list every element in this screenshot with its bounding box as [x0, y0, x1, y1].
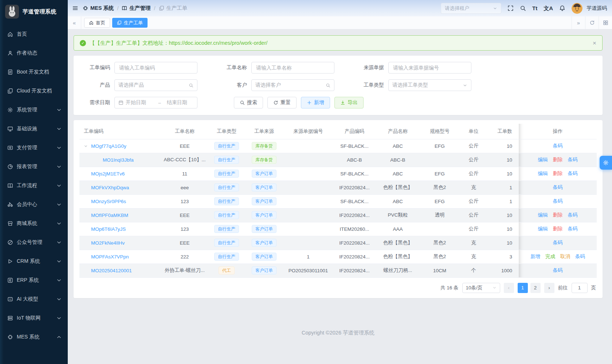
action-delete-link[interactable]: 删除	[553, 212, 563, 218]
sidebar-item-workflow[interactable]: 工作流程	[0, 176, 68, 195]
action-barcode-link[interactable]: 条码	[568, 157, 578, 162]
work-order-name-input[interactable]	[255, 64, 330, 71]
fullscreen-icon[interactable]	[507, 5, 514, 11]
gear-icon	[603, 160, 609, 166]
chevron-down-icon	[56, 258, 62, 264]
work-order-code-link[interactable]: MO1InqI3Jbfa	[103, 157, 134, 163]
sidebar-item-report[interactable]: 报表管理	[0, 157, 68, 176]
table-row: MOfIPF0aMKBMEEE自行生产客户订单IF20220824...PVC颗…	[79, 208, 597, 222]
sidebar-item-crm[interactable]: CRM 系统	[0, 252, 68, 271]
work-order-code-link[interactable]: MOPFAsX7VPpn	[91, 254, 129, 260]
sidebar-item-mp[interactable]: 公众号管理	[0, 233, 68, 252]
home-icon	[7, 31, 13, 37]
sidebar-item-pay[interactable]: 支付管理	[0, 138, 68, 157]
unit: 公斤	[460, 153, 487, 167]
username[interactable]: 芋道源码	[586, 5, 607, 12]
action-barcode-link[interactable]: 条码	[568, 226, 578, 232]
sidebar-item-ai[interactable]: AIAI 大模型	[0, 290, 68, 309]
tab-home[interactable]: 首页	[84, 18, 110, 28]
sidebar-item-cloud-docs[interactable]: Cloud 开发文档	[0, 82, 68, 100]
sidebar-item-mall[interactable]: 商城系统	[0, 214, 68, 233]
source-doc-input[interactable]	[392, 64, 467, 71]
work-order-code-link[interactable]: MO202504120001	[91, 268, 132, 273]
expand-row-icon[interactable]	[84, 144, 90, 148]
breadcrumb-item[interactable]: MES 系统	[83, 5, 114, 12]
action-barcode-link[interactable]: 条码	[553, 185, 563, 190]
refresh-tab-icon[interactable]	[585, 16, 599, 29]
font-size-icon[interactable]: Tt	[532, 5, 537, 11]
work-order-code-link[interactable]: MO2FkNe4IlHv	[91, 240, 125, 246]
tab-layout-icon[interactable]	[599, 16, 612, 29]
tabs-scroll-left-button[interactable]: «	[68, 16, 81, 29]
page-size-select[interactable]: 10条/页	[462, 283, 500, 293]
action-barcode-link[interactable]: 条码	[553, 268, 563, 273]
action-barcode-link[interactable]: 条码	[553, 198, 563, 204]
action-barcode-link[interactable]: 条码	[553, 240, 563, 245]
product-select[interactable]: 请选择产品	[114, 79, 197, 91]
sidebar-item-member[interactable]: 会员中心	[0, 195, 68, 214]
action-delete-link[interactable]: 删除	[553, 171, 563, 176]
avatar[interactable]	[572, 3, 582, 14]
reset-button[interactable]: 重置	[267, 97, 297, 108]
action-barcode-link[interactable]: 条码	[568, 171, 578, 176]
source-doc-no	[283, 167, 333, 181]
doc-link[interactable]: https://doc.iocoder.cn/mes/pro/work-orde…	[169, 40, 268, 46]
action-edit-link[interactable]: 编辑	[538, 171, 548, 176]
sidebar-item-iot[interactable]: IoT 物联网	[0, 309, 68, 328]
export-button[interactable]: 导出	[334, 97, 364, 108]
work-order-code-link[interactable]: MOFkVXhpDqwa	[91, 185, 129, 190]
breadcrumb-item[interactable]: 生产工单	[159, 5, 188, 12]
page-button-1[interactable]: 1	[518, 283, 528, 293]
action-add-link[interactable]: 新增	[530, 254, 540, 259]
action-complete-link[interactable]: 完成	[545, 254, 555, 259]
goto-page-input[interactable]	[572, 283, 588, 293]
action-edit-link[interactable]: 编辑	[538, 212, 548, 218]
sidebar-item-erp[interactable]: ERP 系统	[0, 271, 68, 290]
sidebar-item-system[interactable]: 系统管理	[0, 100, 68, 119]
theme-settings-button[interactable]	[600, 156, 612, 170]
tabs-scroll-right-button[interactable]: »	[572, 16, 585, 29]
action-barcode-link[interactable]: 条码	[553, 143, 563, 149]
action-cancel-link[interactable]: 取消	[560, 254, 570, 259]
quantity: 1	[487, 181, 519, 194]
add-button[interactable]: 新增	[301, 97, 330, 108]
tenant-select[interactable]: 请选择租户	[441, 3, 501, 14]
menu-collapse-button[interactable]	[72, 5, 78, 11]
sidebar-item-label: 工作流程	[17, 182, 56, 189]
action-barcode-link[interactable]: 条码	[575, 254, 585, 259]
date-range-picker[interactable]: 开始日期 – 结束日期	[114, 97, 197, 108]
locale-icon[interactable]: 文A	[544, 5, 553, 11]
prev-page-button[interactable]: ‹	[504, 283, 514, 293]
sidebar-item-infra[interactable]: 基础设施	[0, 119, 68, 138]
sidebar-item-home[interactable]: 首页	[0, 25, 68, 44]
table-row: MOnzySr0PP6s123自行生产客户订单SF-BLACK...ABCEFG…	[79, 194, 597, 208]
alert-close-icon[interactable]: ×	[593, 40, 596, 46]
app-logo[interactable]: 芋道管理系统	[0, 0, 68, 23]
work-order-code-link[interactable]: MOgf77qA1G0y	[91, 143, 126, 149]
action-delete-link[interactable]: 删除	[553, 157, 563, 162]
action-edit-link[interactable]: 编辑	[538, 157, 548, 162]
action-edit-link[interactable]: 编辑	[538, 226, 548, 232]
notification-bell-icon[interactable]	[559, 5, 565, 11]
search-icon[interactable]	[520, 5, 526, 11]
work-order-code-link[interactable]: MOnzySr0PP6s	[91, 199, 126, 204]
search-button[interactable]: 搜索	[234, 97, 263, 108]
breadcrumb-item[interactable]: 生产管理	[122, 5, 150, 12]
product-code: IF20220824...	[333, 250, 376, 264]
spec-model: EFG	[420, 194, 460, 208]
next-page-button[interactable]: ›	[544, 283, 554, 293]
work-order-code-input[interactable]	[118, 64, 193, 71]
action-barcode-link[interactable]: 条码	[568, 212, 578, 218]
work-order-code-link[interactable]: MOfIPF0aMKBM	[91, 213, 128, 218]
work-order-code-link[interactable]: MOp6T6IA7yJS	[91, 226, 126, 232]
svg-text:AI: AI	[9, 298, 11, 300]
page-button-2[interactable]: 2	[530, 283, 541, 293]
sidebar-item-author-trends[interactable]: 作者动态	[0, 44, 68, 63]
customer-select[interactable]: 请选择客户	[251, 79, 334, 91]
work-order-type-select[interactable]: 请选择工单类型	[388, 79, 471, 91]
action-delete-link[interactable]: 删除	[553, 226, 563, 232]
sidebar-item-mes[interactable]: MES 系统	[0, 328, 68, 347]
work-order-code-link[interactable]: MOjs2jM1ETv6	[91, 171, 125, 177]
sidebar-item-boot-docs[interactable]: Boot 开发文档	[0, 63, 68, 82]
tab-work-order[interactable]: 生产工单	[112, 18, 148, 28]
